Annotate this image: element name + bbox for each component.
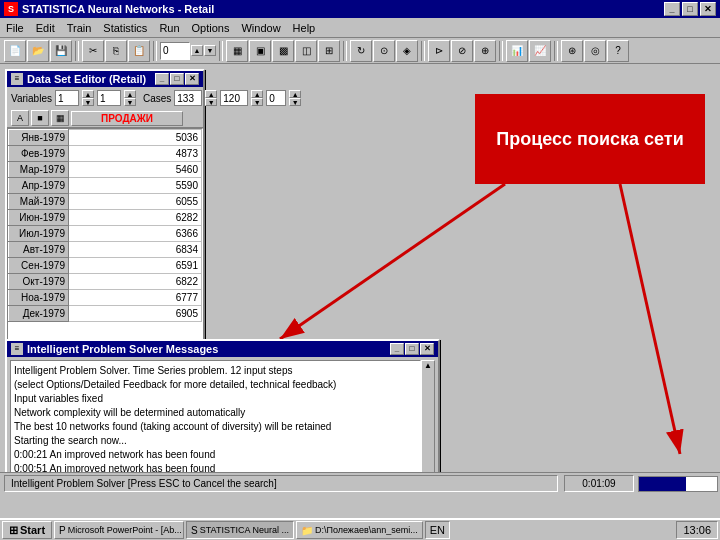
taskbar-btn-statistica[interactable]: S STATISTICA Neural ...	[186, 521, 294, 539]
toolbar-spin-down[interactable]: ▼	[204, 45, 216, 56]
menu-run[interactable]: Run	[153, 18, 185, 37]
col-btn-2[interactable]: ■	[31, 110, 49, 126]
toolbar-save[interactable]: 💾	[50, 40, 72, 62]
ips-maximize[interactable]: □	[405, 343, 419, 355]
toolbar-b14[interactable]: ⊛	[561, 40, 583, 62]
status-bar: Intelligent Problem Solver [Press ESC to…	[0, 472, 720, 494]
toolbar-sep2	[153, 41, 157, 61]
variables-spin-down[interactable]: ▼	[82, 98, 94, 106]
row-label: Авт-1979	[9, 242, 69, 258]
ips-close[interactable]: ✕	[420, 343, 434, 355]
menu-options[interactable]: Options	[186, 18, 236, 37]
close-button[interactable]: ✕	[700, 2, 716, 16]
dataset-close[interactable]: ✕	[185, 73, 199, 85]
toolbar-b6[interactable]: ↻	[350, 40, 372, 62]
toolbar-b9[interactable]: ⊳	[428, 40, 450, 62]
start-button[interactable]: ⊞ Start	[2, 521, 52, 539]
dataset-editor-controls: _ □ ✕	[155, 73, 199, 85]
menu-bar: File Edit Train Statistics Run Options W…	[0, 18, 720, 38]
toolbar-open[interactable]: 📂	[27, 40, 49, 62]
ips-minimize[interactable]: _	[390, 343, 404, 355]
row-value: 6834	[69, 242, 202, 258]
row-value: 6777	[69, 290, 202, 306]
toolbar-b15[interactable]: ◎	[584, 40, 606, 62]
dataset-minimize[interactable]: _	[155, 73, 169, 85]
toolbar-b1[interactable]: ▦	[226, 40, 248, 62]
ips-window: ≡ Intelligent Problem Solver Messages _ …	[5, 339, 440, 494]
table-row: Июн-1979 6282	[9, 210, 202, 226]
start-label: Start	[20, 524, 45, 536]
variables-input2[interactable]	[97, 90, 121, 106]
menu-statistics[interactable]: Statistics	[97, 18, 153, 37]
scroll-up[interactable]: ▲	[424, 361, 432, 370]
cases-spin-down[interactable]: ▼	[205, 98, 217, 106]
row-value: 5460	[69, 162, 202, 178]
cases-input1[interactable]	[174, 90, 202, 106]
cases-spin-up[interactable]: ▲	[205, 90, 217, 98]
toolbar-spin-up[interactable]: ▲	[191, 45, 203, 56]
toolbar-b8[interactable]: ◈	[396, 40, 418, 62]
toolbar-b12[interactable]: 📊	[506, 40, 528, 62]
variables-spin-up[interactable]: ▲	[82, 90, 94, 98]
cases3-spin-up[interactable]: ▲	[289, 90, 301, 98]
menu-edit[interactable]: Edit	[30, 18, 61, 37]
dataset-editor-title-bar: ≡ Data Set Editor (Retail) _ □ ✕	[7, 71, 203, 87]
maximize-button[interactable]: □	[682, 2, 698, 16]
toolbar-b4[interactable]: ◫	[295, 40, 317, 62]
toolbar-new[interactable]: 📄	[4, 40, 26, 62]
toolbar-copy[interactable]: ⎘	[105, 40, 127, 62]
menu-file[interactable]: File	[0, 18, 30, 37]
variables2-spin-down[interactable]: ▼	[124, 98, 136, 106]
menu-train[interactable]: Train	[61, 18, 98, 37]
progress-bar	[638, 476, 718, 492]
toolbar-sep7	[554, 41, 558, 61]
toolbar-b5[interactable]: ⊞	[318, 40, 340, 62]
taskbar-btn-folder[interactable]: 📁 D:\Полежаев\ann_semi...	[296, 521, 423, 539]
toolbar-b2[interactable]: ▣	[249, 40, 271, 62]
cases2-spin-down[interactable]: ▼	[251, 98, 263, 106]
app-icon: S	[4, 2, 18, 16]
toolbar-paste[interactable]: 📋	[128, 40, 150, 62]
table-row: Дек-1979 6905	[9, 306, 202, 322]
toolbar-sep5	[421, 41, 425, 61]
toolbar-b3[interactable]: ▩	[272, 40, 294, 62]
toolbar-input[interactable]	[160, 42, 190, 60]
table-row: Мар-1979 5460	[9, 162, 202, 178]
row-label: Июл-1979	[9, 226, 69, 242]
col-btn-1[interactable]: A	[11, 110, 29, 126]
toolbar-cut[interactable]: ✂	[82, 40, 104, 62]
row-label: Ноа-1979	[9, 290, 69, 306]
cases2-spin-up[interactable]: ▲	[251, 90, 263, 98]
progress-fill	[639, 477, 686, 491]
cases-label: Cases	[143, 93, 171, 104]
cases3-spin-down[interactable]: ▼	[289, 98, 301, 106]
toolbar-b10[interactable]: ⊘	[451, 40, 473, 62]
taskbar-btn-powerpoint[interactable]: P Microsoft PowerPoint - [Ab...	[54, 521, 184, 539]
row-value: 5036	[69, 130, 202, 146]
minimize-button[interactable]: _	[664, 2, 680, 16]
menu-window[interactable]: Window	[235, 18, 286, 37]
dataset-maximize[interactable]: □	[170, 73, 184, 85]
dataset-scroll-area[interactable]: Янв-1979 5036 Фев-1979 4873 Мар-1979 546…	[7, 128, 203, 348]
row-value: 6591	[69, 258, 202, 274]
menu-help[interactable]: Help	[287, 18, 322, 37]
toolbar-b7[interactable]: ⊙	[373, 40, 395, 62]
row-value: 6055	[69, 194, 202, 210]
folder-icon: 📁	[301, 525, 313, 536]
row-label: Фев-1979	[9, 146, 69, 162]
taskbar-clock: 13:06	[676, 521, 718, 539]
cases-input2[interactable]	[220, 90, 248, 106]
toolbar-b13[interactable]: 📈	[529, 40, 551, 62]
table-row: Окт-1979 6822	[9, 274, 202, 290]
variables-input1[interactable]	[55, 90, 79, 106]
folder-label: D:\Полежаев\ann_semi...	[315, 525, 418, 535]
cases-input3[interactable]	[266, 90, 286, 106]
row-label: Окт-1979	[9, 274, 69, 290]
toolbar-b11[interactable]: ⊕	[474, 40, 496, 62]
variables2-spin-up[interactable]: ▲	[124, 90, 136, 98]
start-icon: ⊞	[9, 524, 18, 537]
ips-line: (select Options/Detailed Feedback for mo…	[14, 378, 417, 392]
toolbar-b16[interactable]: ?	[607, 40, 629, 62]
title-bar-controls: _ □ ✕	[664, 2, 716, 16]
col-btn-3[interactable]: ▦	[51, 110, 69, 126]
